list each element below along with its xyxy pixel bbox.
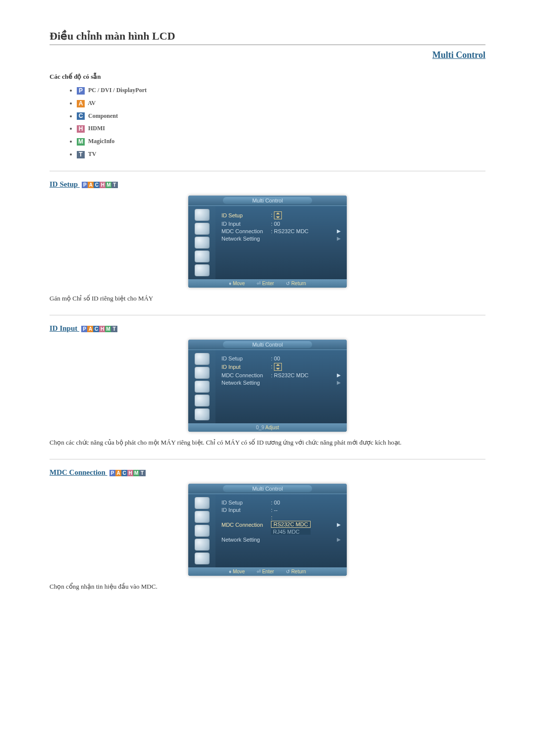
- osd-titlebar: Multi Control: [188, 340, 347, 350]
- section-note: Chọn các chức năng của bộ phát cho một M…: [50, 439, 485, 447]
- spinner-icon[interactable]: [274, 211, 282, 219]
- section-rule: [50, 171, 485, 171]
- page-title: Điều chỉnh màn hình LCD: [50, 30, 485, 43]
- osd-menu-label: ID Input: [221, 507, 271, 513]
- mode-label: AV: [87, 100, 96, 106]
- osd-menu-label: ID Setup: [221, 355, 271, 361]
- osd-sidebar: [188, 206, 215, 279]
- mode-badge-icon: T: [77, 151, 85, 158]
- mode-item: P PC / DVI / DisplayPort: [77, 87, 485, 95]
- osd-menu-item[interactable]: ID Input: --: [221, 507, 341, 513]
- osd-sidebar-icon[interactable]: [195, 395, 210, 406]
- osd-menu-label: Network Setting: [221, 537, 271, 543]
- chevron-right-icon: ▶: [311, 372, 341, 378]
- osd-main: ID Setup: ID Input: 00MDC Connection: RS…: [215, 206, 347, 279]
- osd-footer-hint: ⏎ Enter: [257, 569, 274, 574]
- osd-menu-item[interactable]: MDC Connection: RS232C MDCRJ45 MDC▶: [221, 514, 341, 535]
- osd-menu-item[interactable]: Network Setting▶: [221, 236, 341, 242]
- osd-sidebar-icon[interactable]: [195, 209, 210, 221]
- mode-badge-icon: P: [77, 87, 85, 95]
- section-rule: [50, 459, 485, 459]
- osd-panel: Multi ControlID Setup: ID Input: 00MDC C…: [188, 196, 347, 288]
- osd-sidebar: [188, 494, 215, 567]
- section-note: Chọn cổng nhận tin hiệu đầu vào MDC.: [50, 583, 485, 591]
- osd-footer: 0_9 Adjust: [188, 423, 347, 432]
- osd-menu-item[interactable]: MDC Connection: RS232C MDC▶: [221, 228, 341, 234]
- osd-menu-label: MDC Connection: [221, 372, 271, 378]
- osd-sidebar-icon[interactable]: [195, 251, 210, 262]
- osd-sidebar-icon[interactable]: [195, 553, 210, 564]
- mode-label: PC / DVI / DisplayPort: [87, 87, 147, 94]
- spinner-icon[interactable]: [274, 363, 282, 371]
- osd-menu-item[interactable]: MDC Connection: RS232C MDC▶: [221, 372, 341, 378]
- osd-sidebar-icon[interactable]: [195, 223, 210, 235]
- osd-sidebar-icon[interactable]: [195, 367, 210, 379]
- osd-menu-item[interactable]: ID Setup:: [221, 211, 341, 219]
- modes-list: P PC / DVI / DisplayPortA AVC ComponentH…: [50, 87, 485, 158]
- osd-main: ID Setup: 00ID Input: MDC Connection: RS…: [215, 350, 347, 423]
- osd-menu-label: Network Setting: [221, 380, 271, 386]
- osd-sidebar-icon[interactable]: [195, 264, 210, 276]
- section-heading: ID Setup PACHMT: [50, 180, 485, 189]
- page-subtitle: Multi Control: [50, 50, 485, 60]
- osd-menu-value: : RS232C MDC: [271, 372, 311, 378]
- osd-footer-hint: ⏎ Enter: [257, 281, 274, 286]
- mode-label: HDMI: [87, 125, 105, 132]
- osd-menu-label: ID Input: [221, 221, 271, 227]
- osd-main: ID Setup: 00ID Input: --MDC Connection: …: [215, 494, 347, 567]
- mode-badge-icon: M: [77, 138, 85, 146]
- osd-menu-label: ID Input: [221, 364, 271, 370]
- osd-sidebar-icon[interactable]: [195, 539, 210, 551]
- osd-sidebar-icon[interactable]: [195, 408, 210, 420]
- osd-footer: ♦ Move⏎ Enter↺ Return: [188, 279, 347, 288]
- section-rule: [50, 315, 485, 315]
- mode-label: MagicInfo: [87, 138, 114, 145]
- mode-badge-icon: C: [77, 112, 85, 120]
- mode-item: C Component: [77, 112, 485, 120]
- chevron-right-icon: ▶: [311, 380, 341, 385]
- osd-menu-item[interactable]: ID Input:: [221, 363, 341, 371]
- mode-badge-icon: A: [77, 100, 85, 107]
- osd-footer-hint: ♦ Move: [229, 281, 245, 286]
- osd-footer-hint: 0_9 Adjust: [256, 425, 279, 430]
- modes-heading: Các chế độ có sẵn: [50, 73, 485, 81]
- mode-label: Component: [87, 112, 118, 119]
- title-rule: [50, 45, 485, 45]
- osd-titlebar: Multi Control: [188, 484, 347, 494]
- osd-menu-item[interactable]: Network Setting▶: [221, 380, 341, 386]
- osd-menu-item[interactable]: ID Setup: 00: [221, 355, 341, 361]
- osd-panel: Multi ControlID Setup: 00ID Input: MDC C…: [188, 340, 347, 432]
- section-note: Gán mộ Chỉ số ID riêng biệt cho MÁY: [50, 295, 485, 302]
- osd-sidebar-icon[interactable]: [195, 525, 210, 537]
- osd-sidebar-icon[interactable]: [195, 497, 210, 509]
- osd-menu-value: : 00: [271, 221, 311, 227]
- osd-sidebar-icon[interactable]: [195, 237, 210, 249]
- osd-menu-value: :: [271, 363, 311, 371]
- chevron-right-icon: ▶: [311, 228, 341, 234]
- mode-item: H HDMI: [77, 125, 485, 133]
- osd-sidebar-icon[interactable]: [195, 511, 210, 523]
- mode-item: T TV: [77, 151, 485, 158]
- section-heading: MDC Connection PACHMT: [50, 468, 485, 477]
- mode-badge-icon: T: [111, 182, 118, 188]
- osd-menu-label: Network Setting: [221, 236, 271, 242]
- osd-menu-label: MDC Connection: [221, 228, 271, 234]
- osd-menu-value: : 00: [271, 500, 311, 505]
- osd-menu-item[interactable]: ID Input: 00: [221, 221, 341, 227]
- mode-item: A AV: [77, 100, 485, 107]
- osd-menu-item[interactable]: Network Setting▶: [221, 537, 341, 543]
- mode-item: M MagicInfo: [77, 138, 485, 146]
- section-heading: ID Input PACHMT: [50, 324, 485, 333]
- osd-option[interactable]: RS232C MDC: [271, 521, 311, 528]
- chevron-right-icon: ▶: [311, 236, 341, 241]
- mode-badge-icon: H: [77, 125, 85, 133]
- osd-menu-value: : RS232C MDCRJ45 MDC: [271, 514, 311, 535]
- osd-sidebar-icon[interactable]: [195, 353, 210, 365]
- osd-menu-label: ID Setup: [221, 212, 271, 218]
- osd-option[interactable]: RJ45 MDC: [271, 529, 311, 535]
- osd-footer-hint: ♦ Move: [229, 569, 245, 574]
- osd-sidebar: [188, 350, 215, 423]
- osd-menu-item[interactable]: ID Setup: 00: [221, 500, 341, 505]
- osd-menu-value: :: [271, 211, 311, 219]
- osd-sidebar-icon[interactable]: [195, 381, 210, 393]
